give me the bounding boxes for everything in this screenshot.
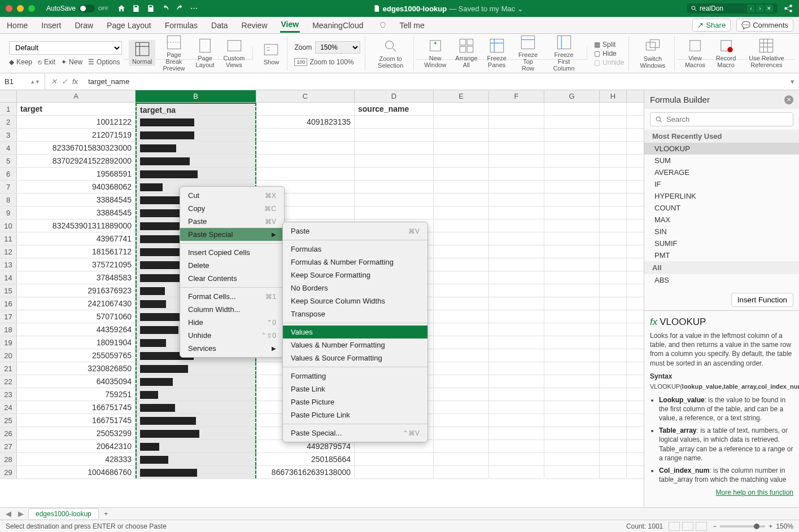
cell[interactable] — [544, 245, 600, 258]
menu-item-format-cells-[interactable]: Format Cells...⌘1 — [180, 290, 284, 303]
cell[interactable] — [544, 440, 600, 452]
cell[interactable] — [489, 466, 544, 478]
cell[interactable] — [136, 142, 256, 154]
sheet-prev-icon[interactable]: ◀ — [3, 509, 14, 518]
cell[interactable]: 940368062 — [17, 181, 136, 193]
cell[interactable] — [544, 310, 600, 323]
col-header-G[interactable]: G — [544, 90, 600, 102]
redo-icon[interactable] — [176, 4, 185, 13]
cell[interactable] — [355, 453, 434, 465]
cell[interactable]: 2421067430 — [17, 297, 136, 310]
cell[interactable]: 428333 — [17, 453, 136, 465]
sheet-next-icon[interactable]: ▶ — [16, 509, 26, 518]
cell[interactable] — [355, 168, 434, 180]
cell[interactable]: 20642310 — [17, 440, 136, 452]
cell[interactable] — [489, 194, 544, 206]
cell[interactable] — [434, 103, 489, 115]
fb-help-link[interactable]: More help on this function — [650, 489, 793, 496]
cell[interactable] — [600, 129, 627, 141]
cell[interactable] — [600, 103, 627, 115]
cell[interactable] — [544, 206, 600, 219]
cell[interactable] — [600, 297, 627, 310]
cell[interactable] — [136, 427, 256, 439]
cell[interactable] — [434, 440, 489, 452]
save-icon[interactable] — [132, 4, 141, 13]
tab-meaningcloud[interactable]: MeaningCloud — [311, 19, 364, 32]
page-break-view-icon[interactable] — [696, 522, 707, 531]
tab-home[interactable]: Home — [6, 19, 29, 32]
cell[interactable]: target — [17, 103, 136, 115]
cell[interactable] — [600, 323, 627, 336]
col-header-C[interactable]: C — [256, 90, 355, 102]
row-header[interactable]: 14 — [0, 271, 17, 284]
menu-item-services[interactable]: Services▶ — [180, 342, 284, 355]
freeze-panes-button[interactable]: Freeze Panes — [483, 37, 510, 69]
row-header[interactable]: 25 — [0, 414, 17, 427]
menu-item-clear-contents[interactable]: Clear Contents — [180, 272, 284, 285]
cell[interactable] — [434, 284, 489, 297]
cell[interactable] — [489, 258, 544, 271]
share-button[interactable]: ↗ Share — [692, 19, 731, 32]
col-header-F[interactable]: F — [489, 90, 544, 102]
menu-item-unhide[interactable]: Unhide⌃⇧0 — [180, 329, 284, 342]
close-icon[interactable]: ✕ — [784, 95, 793, 104]
menu-item-paste-picture-link[interactable]: Paste Picture Link — [283, 408, 427, 421]
row-header[interactable]: 1 — [0, 103, 17, 115]
cell[interactable] — [489, 271, 544, 284]
cell[interactable] — [434, 271, 489, 284]
custom-views-button[interactable]: Custom Views — [220, 37, 248, 69]
zoom-100-button[interactable]: 100 Zoom to 100% — [294, 58, 353, 66]
cell[interactable] — [600, 168, 627, 180]
cell[interactable]: 18091904 — [17, 336, 136, 349]
cell[interactable] — [544, 155, 600, 167]
cell[interactable] — [600, 401, 627, 414]
cell[interactable] — [544, 258, 600, 271]
cell[interactable] — [434, 310, 489, 323]
col-header-A[interactable]: A — [17, 90, 136, 102]
row-header[interactable]: 8 — [0, 194, 17, 206]
cell[interactable] — [600, 336, 627, 349]
fb-fn-average[interactable]: AVERAGE — [644, 166, 799, 178]
cell-style-select[interactable]: Default — [9, 41, 122, 55]
cell[interactable] — [489, 245, 544, 258]
normal-view-icon[interactable] — [669, 522, 680, 531]
cell[interactable] — [544, 466, 600, 478]
row-header[interactable]: 23 — [0, 388, 17, 401]
row-header[interactable]: 10 — [0, 219, 17, 232]
cell[interactable] — [489, 362, 544, 375]
cell[interactable] — [489, 401, 544, 414]
cell[interactable] — [136, 466, 256, 478]
insert-function-button[interactable]: Insert Function — [731, 293, 793, 307]
cell[interactable] — [355, 116, 434, 128]
cell[interactable] — [256, 103, 355, 115]
cell[interactable] — [544, 181, 600, 193]
cell[interactable]: 64035094 — [17, 375, 136, 388]
cell[interactable]: 823367015830323000 — [17, 142, 136, 154]
cell[interactable] — [355, 129, 434, 141]
row-header[interactable]: 19 — [0, 336, 17, 349]
zoom-window-icon[interactable] — [28, 5, 35, 12]
tab-draw[interactable]: Draw — [73, 19, 94, 32]
cell[interactable] — [434, 129, 489, 141]
cell[interactable] — [256, 129, 355, 141]
cell[interactable] — [489, 440, 544, 452]
cell[interactable] — [489, 206, 544, 219]
cell[interactable] — [136, 129, 256, 141]
cell[interactable] — [600, 453, 627, 465]
zoom-out-icon[interactable]: − — [713, 522, 717, 530]
cell[interactable] — [600, 427, 627, 439]
cell[interactable] — [434, 181, 489, 193]
cell[interactable] — [544, 142, 600, 154]
fb-search-box[interactable] — [650, 112, 793, 126]
freeze-first-button[interactable]: Freeze First Column — [545, 33, 582, 73]
col-header-D[interactable]: D — [355, 90, 434, 102]
menu-item-insert-copied-cells[interactable]: Insert Copied Cells — [180, 246, 284, 259]
row-header[interactable]: 29 — [0, 466, 17, 478]
cell[interactable]: 44359264 — [17, 323, 136, 336]
cell[interactable] — [434, 336, 489, 349]
cell[interactable]: 57071060 — [17, 310, 136, 323]
menu-item-formulas-number-formatting[interactable]: Formulas & Number Formatting — [283, 256, 427, 269]
search-box[interactable]: ‹ › ✕ — [687, 3, 778, 14]
cell[interactable] — [434, 375, 489, 388]
menu-item-paste-special-[interactable]: Paste Special...⌃⌘V — [283, 427, 427, 439]
